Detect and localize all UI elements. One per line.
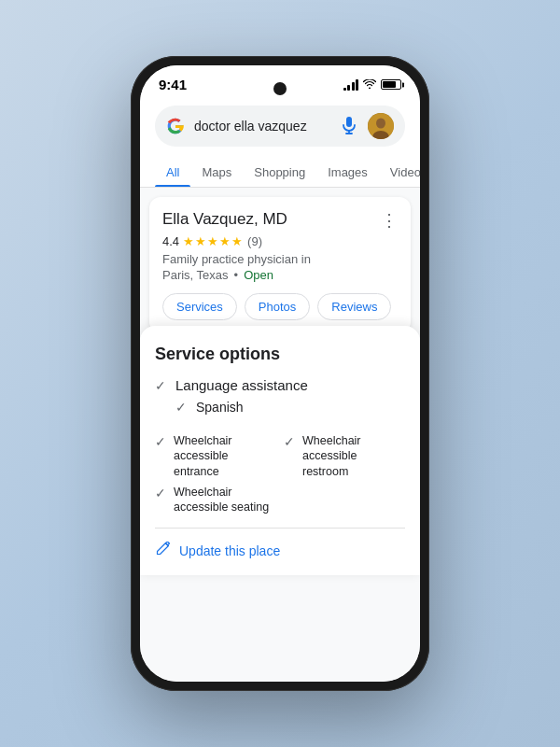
check-icon-entrance: ✓ xyxy=(155,434,166,449)
pill-tab-photos[interactable]: Photos xyxy=(245,293,310,320)
update-row[interactable]: Update this place xyxy=(155,542,405,575)
check-icon: ✓ xyxy=(155,378,166,393)
user-avatar[interactable] xyxy=(368,113,394,139)
wheelchair-seating-label: Wheelchair accessible seating xyxy=(174,485,276,515)
content-area: Ella Vazquez, MD ⋮ 4.4 ★★★★★ (9) Family … xyxy=(140,188,420,682)
search-input[interactable]: doctor ella vazquez xyxy=(194,119,330,134)
rating-number: 4.4 xyxy=(162,234,179,248)
search-bar[interactable]: doctor ella vazquez xyxy=(155,106,405,147)
pencil-icon xyxy=(155,542,170,560)
check-icon-spanish: ✓ xyxy=(175,400,187,415)
search-tabs: All Maps Shopping Images Videos xyxy=(140,156,420,188)
search-bar-area: doctor ella vazquez xyxy=(140,98,420,156)
status-icons xyxy=(343,78,402,92)
language-assistance-label: Language assistance xyxy=(175,377,308,393)
wheelchair-seating-item: ✓ Wheelchair accessible seating xyxy=(155,485,276,515)
check-icon-seating: ✓ xyxy=(155,486,166,500)
wheelchair-entrance-item: ✓ Wheelchair accessible entrance xyxy=(155,433,276,479)
phone-screen: 9:41 xyxy=(140,65,420,682)
wheelchair-entrance-label: Wheelchair accessible entrance xyxy=(174,433,276,479)
language-assistance-item: ✓ Language assistance xyxy=(155,377,405,393)
accessibility-section: ✓ Wheelchair accessible entrance ✓ Wheel… xyxy=(155,420,405,514)
update-label[interactable]: Update this place xyxy=(179,543,280,558)
wheelchair-restroom-label: Wheelchair accessible restroom xyxy=(302,433,405,479)
doctor-card: Ella Vazquez, MD ⋮ 4.4 ★★★★★ (9) Family … xyxy=(149,197,411,333)
tab-videos[interactable]: Videos xyxy=(379,156,420,187)
svg-point-4 xyxy=(376,119,385,129)
svg-rect-0 xyxy=(346,117,352,127)
service-options-panel: Service options ✓ Language assistance ✓ … xyxy=(140,326,420,575)
pill-tab-reviews[interactable]: Reviews xyxy=(317,293,391,320)
stars-icon: ★★★★★ xyxy=(183,234,244,248)
tab-shopping[interactable]: Shopping xyxy=(243,156,316,187)
open-status: Open xyxy=(244,268,273,282)
wifi-icon xyxy=(363,78,376,92)
tab-maps[interactable]: Maps xyxy=(190,156,243,187)
more-options-icon[interactable]: ⋮ xyxy=(381,210,398,231)
review-count: (9) xyxy=(247,234,262,248)
tab-images[interactable]: Images xyxy=(316,156,379,187)
doctor-header: Ella Vazquez, MD ⋮ xyxy=(162,210,398,231)
camera-notch xyxy=(273,82,287,95)
rating-row: 4.4 ★★★★★ (9) xyxy=(162,234,398,248)
spanish-label: Spanish xyxy=(196,400,244,415)
location-status: Paris, Texas • Open xyxy=(162,268,398,282)
status-time: 9:41 xyxy=(159,77,187,92)
signal-icon xyxy=(343,79,359,91)
google-logo xyxy=(166,117,185,135)
detail-tabs: Services Photos Reviews About xyxy=(162,293,398,320)
doctor-description: Family practice physician in xyxy=(162,252,398,266)
battery-icon xyxy=(381,79,401,90)
mic-icon[interactable] xyxy=(340,117,358,135)
check-icon-restroom: ✓ xyxy=(284,434,295,449)
spanish-item: ✓ Spanish xyxy=(155,399,405,415)
divider xyxy=(155,528,405,529)
service-options-title: Service options xyxy=(155,345,405,364)
wheelchair-restroom-item: ✓ Wheelchair accessible restroom xyxy=(284,433,405,479)
tab-all[interactable]: All xyxy=(155,156,190,187)
doctor-name: Ella Vazquez, MD xyxy=(162,210,287,229)
location-text: Paris, Texas xyxy=(162,268,229,282)
phone-frame: 9:41 xyxy=(131,56,429,691)
pill-tab-services[interactable]: Services xyxy=(162,293,237,320)
